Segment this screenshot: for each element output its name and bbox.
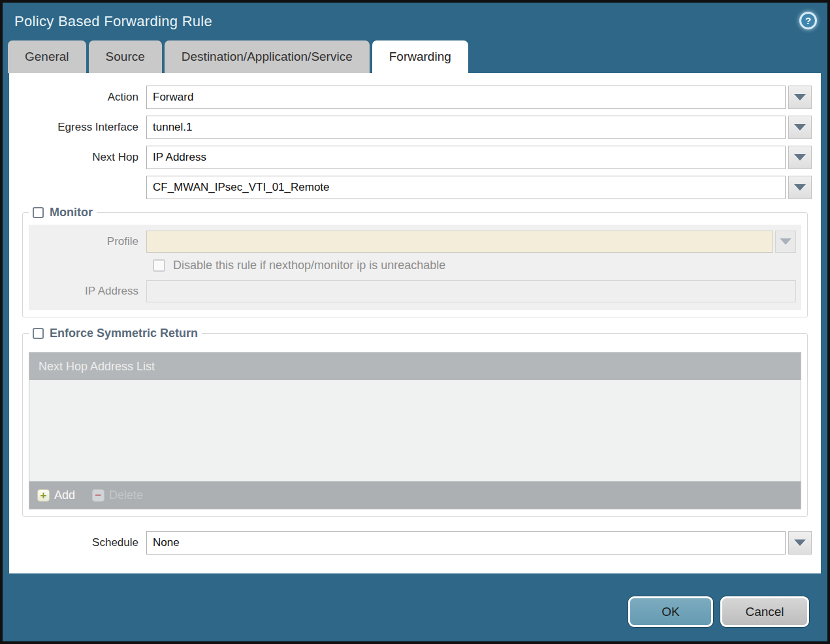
next-hop-address-list-footer: + Add − Delete (29, 481, 801, 509)
dialog-footer: OK Cancel (628, 596, 809, 627)
schedule-label: Schedule (9, 536, 146, 549)
chevron-down-icon (794, 154, 806, 161)
next-hop-type-dropdown-button[interactable] (788, 146, 812, 169)
profile-dropdown-button (775, 231, 796, 253)
dialog-title: Policy Based Forwarding Rule (14, 13, 212, 30)
policy-based-forwarding-dialog: Policy Based Forwarding Rule ? General S… (0, 0, 830, 644)
egress-interface-label: Egress Interface (9, 121, 146, 134)
egress-interface-dropdown-button[interactable] (788, 116, 812, 139)
next-hop-address-list-table: Next Hop Address List + Add − Delete (29, 352, 801, 509)
schedule-dropdown-button[interactable] (788, 531, 812, 555)
monitor-checkbox[interactable] (33, 207, 44, 218)
minus-icon: − (92, 489, 104, 502)
add-button[interactable]: + Add (37, 489, 75, 502)
disable-rule-row: Disable this rule if nexthop/monitor ip … (153, 259, 801, 272)
tab-destination-application-service[interactable]: Destination/Application/Service (165, 40, 370, 73)
action-row: Action Forward (9, 86, 812, 109)
next-hop-row: Next Hop IP Address (9, 146, 812, 169)
monitor-legend-label: Monitor (50, 206, 93, 219)
egress-interface-row: Egress Interface tunnel.1 (9, 116, 812, 139)
profile-label: Profile (29, 235, 146, 248)
help-icon[interactable]: ? (799, 12, 817, 29)
cancel-button[interactable]: Cancel (720, 596, 809, 627)
forwarding-tab-panel: Action Forward Egress Interface tunnel.1… (9, 73, 821, 573)
plus-icon: + (37, 489, 50, 502)
chevron-down-icon (794, 539, 806, 546)
add-button-label: Add (54, 489, 75, 502)
next-hop-label: Next Hop (9, 151, 146, 164)
tab-general[interactable]: General (8, 40, 86, 73)
next-hop-address-list-body (29, 380, 801, 481)
monitor-content: Profile Disable this rule if nexthop/mon… (29, 225, 801, 310)
schedule-input[interactable]: None (146, 531, 786, 555)
next-hop-type-input[interactable]: IP Address (146, 146, 786, 169)
monitor-ip-address-label: IP Address (29, 285, 146, 298)
titlebar: Policy Based Forwarding Rule ? (3, 3, 827, 40)
enforce-symmetric-return-legend-label: Enforce Symmetric Return (50, 327, 198, 340)
action-input[interactable]: Forward (146, 86, 786, 109)
monitor-ip-address-row: IP Address (29, 280, 801, 302)
chevron-down-icon (794, 94, 806, 101)
delete-button: − Delete (92, 489, 143, 502)
monitor-ip-address-input (146, 280, 796, 302)
chevron-down-icon (794, 184, 806, 191)
enforce-symmetric-return-group: Enforce Symmetric Return Next Hop Addres… (22, 327, 808, 517)
next-hop-address-list-header: Next Hop Address List (29, 353, 801, 380)
monitor-legend: Monitor (29, 206, 97, 219)
next-hop-address-dropdown-button[interactable] (788, 176, 812, 199)
next-hop-address-row: CF_MWAN_IPsec_VTI_01_Remote (9, 176, 812, 199)
profile-input (146, 231, 773, 253)
monitor-group: Monitor Profile Disable this rule if nex… (22, 206, 808, 317)
tab-bar: General Source Destination/Application/S… (8, 40, 827, 73)
disable-rule-checkbox (153, 259, 165, 272)
chevron-down-icon (780, 238, 791, 245)
chevron-down-icon (794, 124, 806, 131)
schedule-row: Schedule None (9, 531, 812, 555)
action-dropdown-button[interactable] (788, 86, 812, 109)
egress-interface-input[interactable]: tunnel.1 (146, 116, 786, 139)
delete-button-label: Delete (109, 489, 143, 502)
ok-button[interactable]: OK (628, 596, 713, 627)
profile-row: Profile (29, 231, 801, 253)
next-hop-address-input[interactable]: CF_MWAN_IPsec_VTI_01_Remote (146, 176, 786, 199)
action-label: Action (9, 91, 146, 104)
tab-forwarding[interactable]: Forwarding (372, 40, 468, 73)
enforce-symmetric-return-checkbox[interactable] (33, 328, 44, 339)
enforce-symmetric-return-legend: Enforce Symmetric Return (29, 327, 202, 340)
disable-rule-label: Disable this rule if nexthop/monitor ip … (173, 259, 445, 272)
tab-source[interactable]: Source (89, 40, 162, 73)
